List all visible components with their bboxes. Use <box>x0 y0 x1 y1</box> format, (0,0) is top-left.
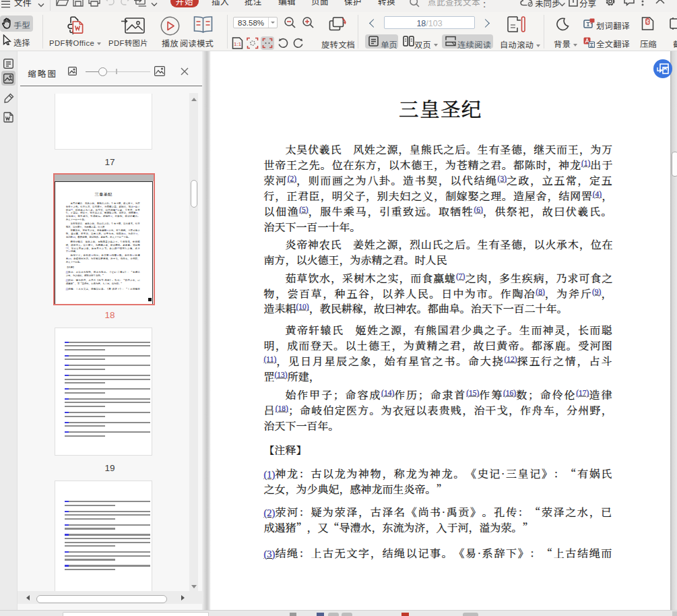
svg-text:1:1: 1:1 <box>234 41 242 47</box>
